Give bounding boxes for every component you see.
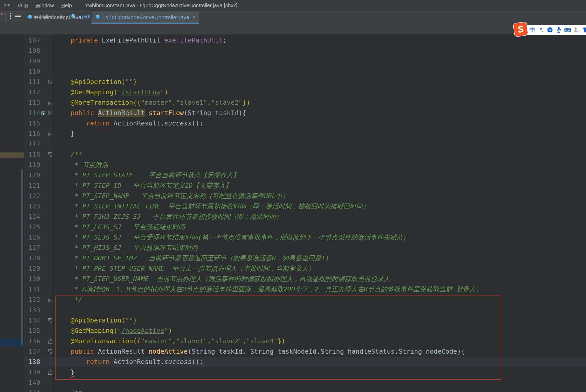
code-line-112[interactable]: 112@GetMapping("/startFLow") xyxy=(24,87,586,97)
run-mapping-icon[interactable] xyxy=(40,110,46,117)
code-line-118[interactable]: 118/** xyxy=(24,149,586,160)
code-line-123[interactable]: 123 * PT_STEP_INITIAL_TIME 平台当前环节最初接收时间（… xyxy=(24,201,586,212)
close-tab-icon[interactable]: × xyxy=(192,14,196,21)
code-line-132[interactable]: 132 */ xyxy=(24,295,586,305)
code-line-108[interactable]: 108 xyxy=(24,46,586,56)
code-text: * PT_DQHJ_SF_THZ 当前环节是否是退回至环节（如果是激活是0，如果… xyxy=(53,253,332,263)
code-line-141[interactable]: 141/** xyxy=(24,388,586,392)
emoji-icon[interactable] xyxy=(547,26,553,33)
code-text: * PT_STEP_INITIAL_TIME 平台当前环节最初接收时间（即：激活… xyxy=(53,201,369,212)
ide-window: olsVCSWindowHelp YwblbmConstant.java - L… xyxy=(0,0,586,392)
gutter-cell xyxy=(40,346,53,357)
line-number: 107 xyxy=(24,37,40,44)
code-line-119[interactable]: 119 * 节点激活 xyxy=(24,160,586,170)
fold-marker-end-icon[interactable] xyxy=(48,297,52,303)
code-line-136[interactable]: 136@MoreTransaction({"master","slave1","… xyxy=(24,336,586,346)
code-line-127[interactable]: 127 * PT_HZJS_SJ 平台核准环节结束时间 xyxy=(24,243,586,253)
line-number: 132 xyxy=(24,296,40,303)
ime-icon-bar: 中 °, xyxy=(526,25,586,35)
line-number: 112 xyxy=(24,89,40,96)
code-line-113[interactable]: 113@MoreTransaction({"master","slave1","… xyxy=(24,97,586,108)
code-lines: 107private ExeFilePathUtil exeFilePathUt… xyxy=(24,35,586,392)
close-tab-icon[interactable]: × xyxy=(85,14,88,21)
gutter-cell xyxy=(40,243,53,253)
gutter-cell xyxy=(40,377,53,388)
menu-item[interactable]: Window xyxy=(32,3,58,9)
fold-marker-end-icon[interactable] xyxy=(48,100,52,106)
fold-marker-expanded-icon[interactable] xyxy=(48,80,52,86)
code-line-128[interactable]: 128 * PT_DQHJ_SF_THZ 当前环节是否是退回至环节（如果是激活是… xyxy=(24,253,586,263)
code-line-107[interactable]: 107private ExeFilePathUtil exeFilePathUt… xyxy=(24,35,586,46)
options-kebab-icon[interactable] xyxy=(10,13,11,19)
code-text: * PT_STEP_STATE 平台当前环节状态【无需存入】 xyxy=(53,170,239,180)
fold-marker-expanded-icon[interactable] xyxy=(48,111,52,117)
code-line-124[interactable]: 124 * PT_FJHJ_ZCJS_SJ 平台发件环节最初接收时间（即：激活时… xyxy=(24,212,586,222)
punctuation-icon[interactable]: °, xyxy=(538,26,544,33)
tab-LqZdCgqrNodeActiveController.java[interactable]: LqZdCgqrNodeActiveController.java× xyxy=(92,11,199,24)
code-line-125[interactable]: 125 * PT_LCJS_SJ 平台流程结束时间 xyxy=(24,222,586,232)
fold-marker-expanded-icon[interactable] xyxy=(48,318,52,324)
code-editor[interactable]: 107private ExeFilePathUtil exeFilePathUt… xyxy=(24,34,586,392)
code-line-137[interactable]: 137public ActionResult nodeActive(String… xyxy=(24,346,586,357)
skin-tshirt-icon[interactable] xyxy=(582,26,586,33)
java-class-file-icon xyxy=(27,14,35,21)
keyboard-icon[interactable] xyxy=(564,26,571,33)
gutter-cell xyxy=(40,326,53,336)
panel-scrollbar[interactable] xyxy=(21,169,23,345)
code-line-122[interactable]: 122 * PT_STEP_NAME 平台当前环节定义名称（可配置在激活事件UR… xyxy=(24,191,586,201)
menu-item[interactable]: VCS xyxy=(14,3,32,9)
fold-marker-end-icon[interactable] xyxy=(48,131,52,137)
chinese-mode-icon[interactable]: 中 xyxy=(529,26,535,33)
line-number: 141 xyxy=(24,389,40,392)
code-line-114[interactable]: 114public ActionResult startFLow(String … xyxy=(24,108,586,118)
gutter-cell xyxy=(40,315,53,326)
microphone-icon[interactable] xyxy=(556,26,562,33)
titlebar: olsVCSWindowHelp YwblbmConstant.java - L… xyxy=(0,0,586,11)
id-card-icon[interactable] xyxy=(573,26,580,33)
gutter-cell xyxy=(40,212,53,222)
code-line-131[interactable]: 131 * A流转给B，1、B节点的拟办理人在B节点的激活事件里面做，最高截取2… xyxy=(24,284,586,295)
menu-item[interactable]: ols xyxy=(0,3,14,9)
code-text: public ActionResult startFLow(String tas… xyxy=(53,108,246,118)
code-text: @GetMapping("/nodeActive") xyxy=(53,326,172,336)
tab-HyServiceImpl.java[interactable]: HyServiceImpl.java× xyxy=(24,11,92,24)
code-text: @ApiOperation("") xyxy=(53,77,137,87)
menu-item[interactable]: Help xyxy=(58,3,75,9)
code-line-126[interactable]: 126 * PT_SLJS_SJ 平台受理环节结束时间(第一个节点没有审批事件，… xyxy=(24,232,586,243)
code-line-139[interactable]: 139} xyxy=(24,367,586,377)
hide-panel-icon[interactable] xyxy=(15,16,21,17)
fold-marker-expanded-icon[interactable] xyxy=(48,349,52,355)
code-line-140[interactable]: 140 xyxy=(24,377,586,388)
gutter-cell xyxy=(40,222,53,232)
code-line-135[interactable]: 135@GetMapping("/nodeActive") xyxy=(24,326,586,336)
gutter-cell xyxy=(40,336,53,346)
gutter-cell xyxy=(40,263,53,274)
code-line-133[interactable]: 133 xyxy=(24,305,586,315)
code-line-120[interactable]: 120 * PT_STEP_STATE 平台当前环节状态【无需存入】 xyxy=(24,170,586,180)
line-number: 140 xyxy=(24,379,40,386)
sogou-logo[interactable]: S xyxy=(513,22,528,37)
fold-marker-expanded-icon[interactable] xyxy=(48,152,52,158)
code-line-130[interactable]: 130 * PT_STEP_USER_NAME 当前节点办理人（激活事件的时候获… xyxy=(24,274,586,284)
left-panel-strip xyxy=(0,34,24,392)
line-number: 124 xyxy=(24,213,40,220)
tab-label: LqZdCgqrNodeActiveController.java xyxy=(102,14,189,20)
line-number: 129 xyxy=(24,265,40,272)
line-number: 117 xyxy=(24,141,40,148)
code-line-115[interactable]: 115 return ActionResult.success(); xyxy=(24,118,586,129)
code-text: * PT_STEP_ID 平台当前环节定义ID【无需存入】 xyxy=(53,180,232,191)
code-line-117[interactable]: 117 xyxy=(24,139,586,149)
dock-arrow-icon[interactable] xyxy=(0,12,4,17)
fold-marker-end-icon[interactable] xyxy=(48,370,52,376)
code-line-116[interactable]: 116} xyxy=(24,129,586,139)
gutter-cell xyxy=(40,284,53,295)
line-number: 113 xyxy=(24,99,40,106)
code-line-134[interactable]: 134@ApiOperation("") xyxy=(24,315,586,326)
fold-marker-end-icon[interactable] xyxy=(48,339,52,345)
code-line-121[interactable]: 121 * PT_STEP_ID 平台当前环节定义ID【无需存入】 xyxy=(24,180,586,191)
code-line-110[interactable]: 110 xyxy=(24,66,586,77)
code-line-109[interactable]: 109 xyxy=(24,56,586,66)
code-line-138[interactable]: 138 return ActionResult.success(); xyxy=(24,357,586,367)
code-line-129[interactable]: 129 * PT_PRE_STEP_USER_NAME 平台上一步节点办理人（审… xyxy=(24,263,586,274)
code-line-111[interactable]: 111@ApiOperation("") xyxy=(24,77,586,87)
